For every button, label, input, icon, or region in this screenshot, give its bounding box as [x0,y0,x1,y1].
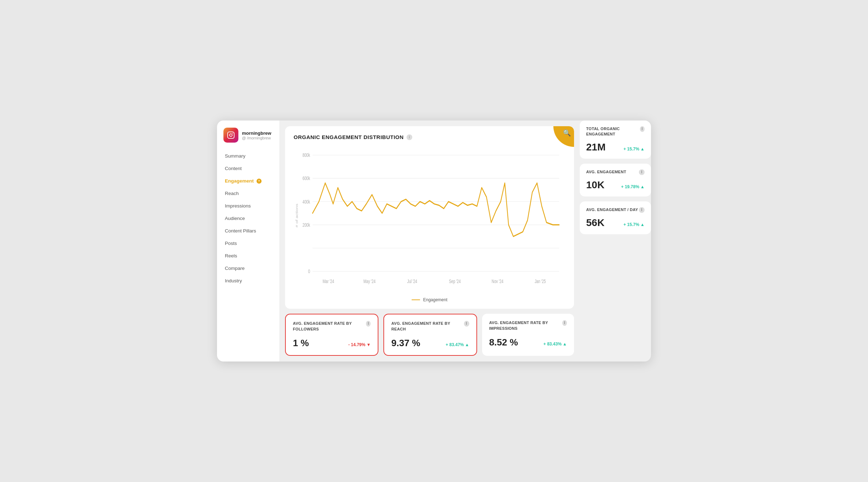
main-content: 🔍 ORGANIC ENGAGEMENT DISTRIBUTION i [279,120,580,362]
metric-title-impressions: AVG. ENGAGEMENT RATE BY IMPRESSIONS i [489,320,567,331]
legend-line [412,299,420,300]
svg-text:May '24: May '24 [363,278,376,284]
stat-card-avg-engagement-day: AVG. ENGAGEMENT / DAY i 56K + 15.7% ▲ [580,201,651,234]
svg-text:600k: 600k [303,176,310,181]
chart-area: 800k 600k 400k 200k 0 # of actions Mar '… [294,146,565,302]
metric-info-icon-1[interactable]: i [464,321,469,327]
chart-card: 🔍 ORGANIC ENGAGEMENT DISTRIBUTION i [285,126,574,309]
stat-info-icon-0[interactable]: i [640,126,645,132]
stat-title-2: AVG. ENGAGEMENT / DAY i [586,207,645,213]
sidebar-navigation: Summary Content Engagement ? Reach Impre… [217,150,279,287]
stat-value-row-2: 56K + 15.7% ▲ [586,217,645,229]
sidebar-item-impressions[interactable]: Impressions [217,200,279,212]
svg-rect-0 [228,132,234,138]
stat-value-0: 21M [586,142,605,153]
right-panel: TOTAL ORGANIC ENGAGEMENT i 21M + 15.7% ▲… [580,120,651,362]
metric-info-icon-2[interactable]: i [562,320,567,326]
metric-value-row-2: 8.52 % + 83.43% ▲ [489,337,567,348]
stat-title-1: AVG. ENGAGEMENT i [586,169,645,175]
brand-info: morningbrew @ /morningbrew [242,130,271,140]
metric-title-followers: AVG. ENGAGEMENT RATE BY FOLLOWERS i [293,321,371,332]
svg-text:400k: 400k [303,199,310,205]
metric-value-2: 8.52 % [489,337,518,348]
svg-text:Jul '24: Jul '24 [407,278,417,284]
stat-change-0: + 15.7% ▲ [624,147,645,152]
sidebar-item-audience[interactable]: Audience [217,212,279,225]
metric-card-engagement-reach: AVG. ENGAGEMENT RATE BY REACH i 9.37 % +… [383,314,477,356]
stat-card-avg-engagement: AVG. ENGAGEMENT i 10K + 19.78% ▲ [580,164,651,196]
app-container: morningbrew @ /morningbrew Summary Conte… [217,120,651,362]
chart-legend: Engagement [294,297,565,302]
legend-label: Engagement [423,297,447,302]
chart-title: ORGANIC ENGAGEMENT DISTRIBUTION [294,134,404,140]
svg-text:0: 0 [308,268,310,274]
up-arrow-icon-2: ▲ [563,342,567,347]
stat-value-1: 10K [586,179,604,191]
svg-point-1 [229,134,232,136]
sidebar-item-posts[interactable]: Posts [217,237,279,250]
stat-value-row-0: 21M + 15.7% ▲ [586,142,645,153]
metric-value-row-0: 1 % - 14.79% ▼ [293,338,371,349]
sidebar-item-industry[interactable]: Industry [217,275,279,287]
up-arrow-icon-stat-1: ▲ [640,184,645,189]
stat-card-total-organic: TOTAL ORGANIC ENGAGEMENT i 21M + 15.7% ▲ [580,120,651,159]
engagement-help-icon[interactable]: ? [257,179,262,184]
metric-card-engagement-followers: AVG. ENGAGEMENT RATE BY FOLLOWERS i 1 % … [285,314,378,356]
svg-text:800k: 800k [303,152,310,158]
metric-value-row-1: 9.37 % + 83.47% ▲ [391,338,469,349]
chart-svg-wrap: 800k 600k 400k 200k 0 # of actions Mar '… [294,146,565,294]
svg-text:Jan '25: Jan '25 [534,278,546,284]
sidebar-item-reach[interactable]: Reach [217,187,279,200]
up-arrow-icon-stat-2: ▲ [640,222,645,227]
stat-info-icon-1[interactable]: i [639,169,645,175]
sidebar: morningbrew @ /morningbrew Summary Conte… [217,120,279,362]
svg-point-2 [232,133,233,134]
svg-text:Nov '24: Nov '24 [492,278,503,284]
sidebar-item-summary[interactable]: Summary [217,150,279,162]
svg-text:# of actions: # of actions [295,204,299,227]
metric-change-1: + 83.47% ▲ [446,342,469,347]
stat-change-1: + 19.78% ▲ [621,184,645,189]
up-arrow-icon-stat-0: ▲ [640,147,645,152]
stat-value-2: 56K [586,217,604,229]
sidebar-item-engagement[interactable]: Engagement ? [217,175,279,187]
bottom-row: AVG. ENGAGEMENT RATE BY FOLLOWERS i 1 % … [285,314,574,356]
svg-text:200k: 200k [303,222,310,228]
chart-info-icon[interactable]: i [407,134,412,140]
metric-change-2: + 83.43% ▲ [543,342,567,347]
svg-text:Mar '24: Mar '24 [322,278,334,284]
stat-title-0: TOTAL ORGANIC ENGAGEMENT i [586,126,645,137]
search-icon[interactable]: 🔍 [563,129,571,137]
metric-value-1: 9.37 % [391,338,420,349]
metric-card-engagement-impressions: AVG. ENGAGEMENT RATE BY IMPRESSIONS i 8.… [482,314,574,356]
chart-title-row: ORGANIC ENGAGEMENT DISTRIBUTION i [294,134,565,140]
sidebar-item-reels[interactable]: Reels [217,250,279,262]
sidebar-header: morningbrew @ /morningbrew [217,128,279,150]
stat-info-icon-2[interactable]: i [639,207,645,213]
svg-text:Sep '24: Sep '24 [449,278,461,284]
metric-value-0: 1 % [293,338,309,349]
brand-name: morningbrew [242,130,271,136]
instagram-icon [223,128,238,143]
up-arrow-icon: ▲ [465,342,469,347]
stat-change-2: + 15.7% ▲ [624,222,645,227]
metric-change-0: - 14.79% ▼ [348,342,371,347]
brand-handle: @ /morningbrew [242,136,271,140]
search-corner[interactable]: 🔍 [553,126,574,147]
sidebar-item-compare[interactable]: Compare [217,262,279,275]
stat-value-row-1: 10K + 19.78% ▲ [586,179,645,191]
engagement-chart-svg: 800k 600k 400k 200k 0 # of actions Mar '… [294,146,565,294]
down-arrow-icon: ▼ [366,342,371,347]
sidebar-item-content-pillars[interactable]: Content Pillars [217,225,279,237]
metric-title-reach: AVG. ENGAGEMENT RATE BY REACH i [391,321,469,332]
sidebar-item-content[interactable]: Content [217,162,279,175]
metric-info-icon-0[interactable]: i [366,321,371,327]
